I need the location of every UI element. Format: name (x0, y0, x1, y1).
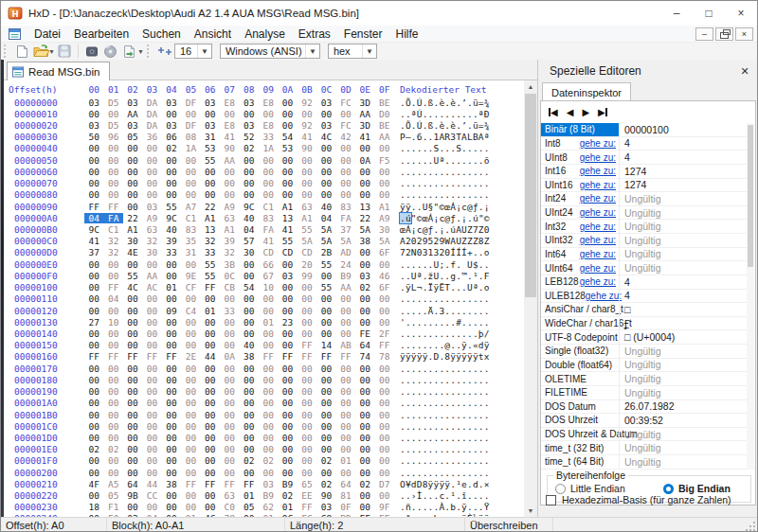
hex-byte[interactable]: 41 (278, 224, 297, 235)
hex-byte[interactable]: 00 (162, 375, 181, 385)
bytes-per-row-combo[interactable]: 16 ▼ (174, 44, 212, 59)
inspector-row-value[interactable]: □ (U+0004) (619, 330, 755, 344)
hex-byte[interactable]: 02 (162, 143, 181, 153)
hex-byte[interactable]: CD (298, 247, 316, 257)
hex-byte[interactable]: 13 (201, 224, 220, 235)
hex-byte[interactable]: 00 (375, 398, 394, 408)
hex-byte[interactable]: 00 (375, 386, 394, 397)
hex-byte[interactable]: 00 (142, 398, 161, 408)
hex-byte[interactable]: 64 (123, 479, 142, 489)
hex-byte[interactable]: 00 (162, 259, 181, 270)
inspector-scrollbar-thumb[interactable] (748, 125, 753, 267)
hex-byte[interactable]: 39 (162, 236, 181, 246)
hex-byte[interactable]: 00 (181, 178, 200, 188)
decoded-text[interactable]: ÿÿÿÿÿ.D.8ÿÿÿÿÿtx (400, 351, 490, 362)
hex-byte[interactable]: 00 (103, 155, 122, 166)
goto-link[interactable]: gehe zu: (580, 138, 616, 149)
hex-byte[interactable]: 00 (375, 433, 394, 443)
hex-byte[interactable]: 5A (298, 236, 316, 246)
hex-byte[interactable]: 55 (201, 259, 220, 270)
hex-byte[interactable]: 01 (278, 502, 297, 512)
hex-byte[interactable]: 00 (84, 421, 103, 432)
hex-byte[interactable]: 00 (142, 433, 161, 443)
hex-byte[interactable]: 03 (84, 120, 103, 131)
hex-byte[interactable]: A5 (103, 479, 122, 489)
panel-close-icon[interactable]: ✕ (734, 65, 755, 78)
hex-byte[interactable]: FF (162, 351, 181, 362)
hex-byte[interactable]: 00 (84, 398, 103, 408)
hex-byte[interactable]: 03 (240, 120, 259, 131)
hex-byte[interactable]: 00 (181, 328, 200, 339)
hex-byte[interactable]: 99 (298, 271, 316, 281)
hex-byte[interactable]: 10 (103, 317, 122, 328)
hex-byte[interactable]: 27 (84, 317, 103, 328)
hex-byte[interactable]: 00 (162, 178, 181, 188)
decoded-text[interactable]: 72N031320ÍÍÍ+..o (400, 247, 490, 257)
hex-byte[interactable]: 00 (201, 293, 220, 304)
hex-byte[interactable]: 00 (220, 386, 239, 397)
hex-byte[interactable]: 03 (278, 271, 297, 281)
hex-byte[interactable]: 40 (162, 224, 181, 235)
hex-byte[interactable]: FA (336, 213, 355, 223)
hex-byte[interactable]: 00 (278, 364, 297, 374)
hex-byte[interactable]: 00 (123, 410, 142, 420)
hex-byte[interactable]: 36 (142, 132, 161, 142)
hex-byte[interactable]: 9E (181, 271, 200, 281)
hex-byte[interactable]: 00 (375, 444, 394, 454)
hex-byte[interactable]: 5A (316, 224, 335, 235)
menu-hilfe[interactable]: Hilfe (389, 27, 425, 41)
hex-byte[interactable]: 00 (355, 410, 374, 420)
hex-byte[interactable]: 00 (278, 167, 297, 177)
hex-byte[interactable]: A9 (220, 202, 239, 212)
hex-byte[interactable]: 74 (355, 351, 374, 362)
hex-byte[interactable]: 00 (181, 502, 200, 512)
hex-byte[interactable]: 00 (201, 317, 220, 328)
hex-byte[interactable]: 00 (142, 340, 161, 350)
hex-byte[interactable]: 00 (355, 247, 374, 257)
hex-byte[interactable]: 00 (201, 421, 220, 432)
hex-byte[interactable]: 00 (162, 293, 181, 304)
minimize-button[interactable]: – (660, 1, 693, 26)
hex-byte[interactable]: 54 (240, 282, 259, 293)
hex-byte[interactable]: 00 (123, 189, 142, 200)
hex-byte[interactable]: 00 (84, 271, 103, 281)
hex-byte[interactable]: DA (142, 109, 161, 119)
hex-byte[interactable]: 00 (316, 317, 335, 328)
hex-byte[interactable]: 00 (162, 317, 181, 328)
mdi-minimize-button[interactable]: – (695, 27, 713, 41)
decoded-text[interactable]: ......U;.f. U$.. (400, 259, 490, 270)
hex-byte[interactable]: C1 (259, 202, 278, 212)
hex-byte[interactable]: 00 (84, 167, 103, 177)
hex-byte[interactable]: CF (181, 282, 200, 293)
hex-byte[interactable]: 00 (316, 189, 335, 200)
hex-byte[interactable]: 00 (84, 490, 103, 501)
hex-byte[interactable]: 00 (123, 375, 142, 385)
decoded-text[interactable]: A2029529WAUZZZ8Z (400, 236, 490, 246)
inspector-row-value[interactable]: Ungültig (619, 192, 755, 205)
hex-byte[interactable]: 00 (181, 155, 200, 166)
inspector-row-value[interactable]: Ungültig (619, 359, 755, 372)
mdi-restore-button[interactable] (715, 27, 733, 41)
hex-byte[interactable]: D5 (103, 120, 122, 131)
decoded-text[interactable]: .ÿL¬.ÏÿËT...Uª.o (400, 282, 490, 293)
decoded-text[interactable]: O¥dD8ÿÿÿÿ.¹e.d.× (400, 479, 490, 489)
hex-byte[interactable]: 24 (336, 259, 355, 270)
hex-byte[interactable]: 00 (259, 155, 278, 166)
hex-byte[interactable]: 00 (336, 386, 355, 397)
decoded-text[interactable]: ................ (400, 364, 490, 374)
hex-byte[interactable]: 00 (240, 364, 259, 374)
hex-byte[interactable]: 03 (123, 120, 142, 131)
hex-byte[interactable]: A1 (123, 224, 142, 235)
hex-byte[interactable]: 00 (123, 293, 142, 304)
hex-byte[interactable]: AB (336, 340, 355, 350)
hex-byte[interactable]: 00 (375, 455, 394, 466)
hex-byte[interactable]: 00 (316, 306, 335, 316)
menu-extras[interactable]: Extras (292, 27, 337, 41)
hex-byte[interactable]: 00 (259, 398, 278, 408)
open-disk-image-button[interactable] (101, 44, 120, 60)
hex-byte[interactable]: 03 (123, 98, 142, 108)
hex-byte[interactable]: 96 (103, 132, 122, 142)
hex-byte[interactable]: 31 (201, 132, 220, 142)
hex-byte[interactable]: 00 (355, 259, 374, 270)
hex-byte[interactable]: 00 (103, 433, 122, 443)
